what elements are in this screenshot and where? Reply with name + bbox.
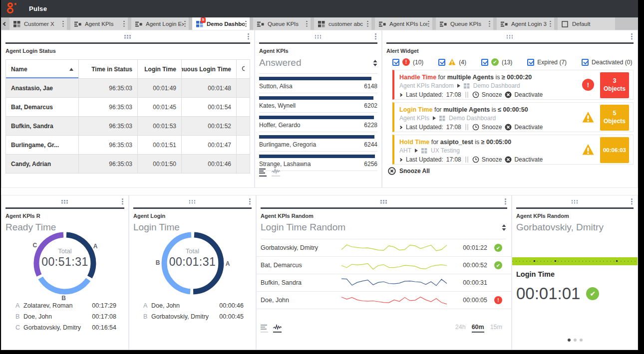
alert-filter-ok[interactable]: ✔(13) [481,58,512,66]
widget-menu-icon[interactable] [631,33,633,40]
board-icon [135,20,142,27]
bar-view-icon[interactable] [259,168,267,177]
snooze-all-button[interactable]: Snooze All [388,167,634,175]
legend-row: AZolatarev, Roman00:17:29 [15,300,116,311]
widget-rule [261,207,507,209]
sort-updown-icon [373,60,377,66]
tab-queue-kpis[interactable]: Queue KPIs [253,17,311,30]
column-header[interactable]: Continuous Login Time [182,60,237,78]
tab-default[interactable]: Default [558,17,615,30]
checkbox-checked-icon[interactable] [527,59,534,66]
alert-count-box: 3Objects [600,72,629,98]
drag-handle-icon[interactable] [189,200,196,204]
widget-header [512,195,638,207]
bar-view-icon[interactable] [261,324,268,333]
alert-count-label: Objects [604,85,626,93]
expand-chevron-icon[interactable] [399,158,402,161]
checkbox-checked-icon[interactable] [438,59,445,66]
column-header[interactable]: Login Time [138,60,182,78]
alert-filter-expired-7[interactable]: Expired (7) [527,59,567,66]
column-header-name[interactable]: Name [6,60,79,78]
page-dot-1[interactable] [568,339,571,342]
tab-menu-icon[interactable] [366,20,369,27]
tab-scroll-left-button[interactable] [1,17,8,30]
drag-handle-icon[interactable] [315,35,322,39]
page-dot-2[interactable] [574,339,577,342]
widget-menu-icon[interactable] [374,33,377,40]
column-header-search[interactable] [237,60,250,78]
snooze-button[interactable]: Snooze [472,124,502,131]
tab-menu-icon[interactable] [245,20,247,27]
table-row[interactable]: Burlingame, Gr...96:35:0300:01:5100:01:4… [6,136,250,155]
widget-menu-icon[interactable] [504,198,507,205]
checkbox-checked-icon[interactable] [481,59,488,66]
tab-menu-icon[interactable] [184,20,186,27]
table-row[interactable]: Bufkin, Sandra96:35:0300:01:5300:01:52 [6,117,250,136]
tab-agent-kpis-long[interactable]: Agent KPIs Long [375,17,432,30]
snooze-button[interactable]: Snooze [472,156,502,163]
tab-agent-kpis[interactable]: Agent KPIs [70,17,128,30]
tab-queue-kpis[interactable]: Queue KPIs [436,17,493,30]
tab-demo-dashboard[interactable]: 5Demo Dashboard [192,17,250,30]
tab-menu-icon[interactable] [427,20,430,27]
tab-agent-login-3[interactable]: Agent Login 3 [497,17,554,30]
drag-handle-icon[interactable] [572,200,579,204]
time-range-60m[interactable]: 60m [472,324,484,333]
tab-label: Agent Login Exten [146,21,184,27]
drag-handle-icon[interactable] [124,35,131,39]
kpi-agent-name: Sutton, Alisa [259,83,293,90]
expand-chevron-icon[interactable] [399,125,402,129]
sparkline-view-icon[interactable] [272,168,280,177]
deactivate-button[interactable]: Deactivate [505,124,543,131]
alert-filter-deactivated-0[interactable]: Deactivated (0) [582,59,632,66]
widget-menu-icon[interactable] [121,198,124,205]
tab-menu-icon[interactable] [123,20,125,27]
checkbox-checked-icon[interactable] [582,59,589,66]
column-header[interactable]: Time in Status [79,60,138,78]
kpi-bar [259,77,371,80]
drag-handle-icon[interactable] [380,200,387,204]
drag-handle-icon[interactable] [507,35,514,39]
tab-label: Agent KPIs [85,21,123,27]
checkbox-checked-icon[interactable] [392,59,399,66]
sparkline-view-icon[interactable] [273,324,282,333]
widget-header [1,195,128,207]
table-row[interactable]: Anastasio, Jae96:35:0300:01:4900:01:48 [6,79,250,98]
tab-menu-icon[interactable] [306,20,308,27]
snooze-button[interactable]: Snooze [472,91,502,98]
gauge-tick [616,260,618,262]
cell-value: 00:01:49 [138,79,182,97]
tab-menu-icon[interactable] [488,20,491,27]
deactivate-label: Deactivate [514,124,543,131]
alert-dashboard: UX Testing [431,147,460,154]
tab-customer-abc[interactable]: customer abc [314,17,371,30]
cell-value: 96:35:03 [79,98,138,116]
page-dot-3[interactable] [580,339,583,342]
sparkline-chart [340,293,448,307]
time-range-15m[interactable]: 15m [490,324,502,333]
table-row[interactable]: Bat, Demarcus96:35:0300:01:4500:01:54 [6,98,250,117]
kpi-value: 6202 [364,102,377,109]
expand-chevron-icon[interactable] [399,93,402,96]
tab-customer-x[interactable]: Customer X [9,17,67,30]
alert-filter-warning[interactable]: (4) [438,58,466,66]
table-row[interactable]: Candy, Adrian96:35:0300:01:5000:01:46 [6,155,250,174]
tab-menu-icon[interactable] [549,20,552,27]
widget-menu-icon[interactable] [631,198,633,205]
alert-condition: Handle Time for multiple Agents is ≥ 00:… [399,74,572,81]
deactivate-button[interactable]: Deactivate [505,156,543,163]
tab-menu-icon[interactable] [62,20,64,27]
deactivate-button[interactable]: Deactivate [505,91,543,98]
sort-icon[interactable] [373,60,377,66]
widget-menu-icon[interactable] [247,33,250,40]
drag-handle-icon[interactable] [61,200,68,204]
tab-agent-login-exten[interactable]: Agent Login Exten [131,17,189,30]
alert-filter-critical[interactable]: !(10) [392,58,423,66]
separator [465,92,468,98]
metric-value: 00:01:22 [463,244,487,251]
play-icon [457,84,460,88]
sort-icon[interactable] [502,224,506,231]
widget-menu-icon[interactable] [249,198,251,205]
time-range-24h[interactable]: 24h [455,324,466,333]
row-status: ✔ [494,261,502,269]
